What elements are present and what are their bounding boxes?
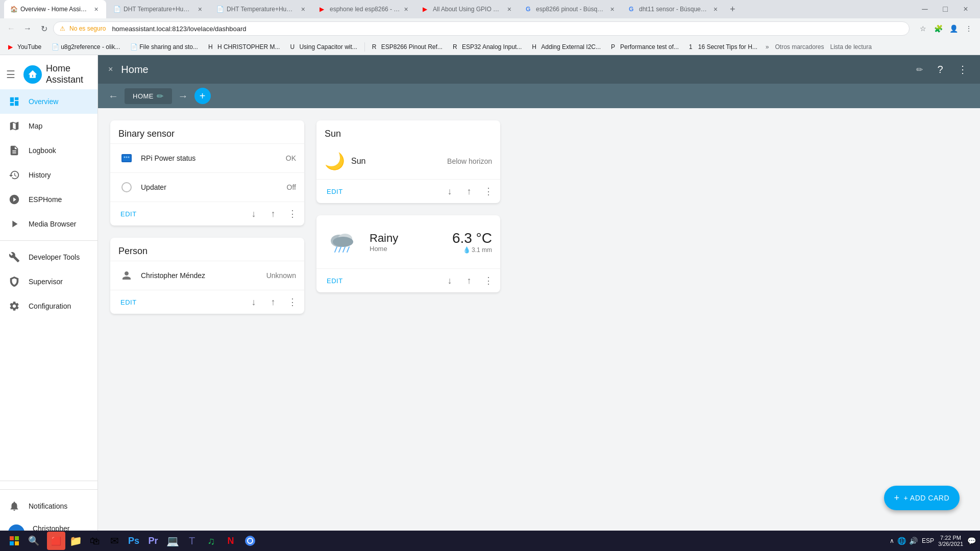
tab-close-6[interactable]: × [609, 5, 616, 13]
taskbar-app-code[interactable]: 💻 [163, 532, 182, 550]
volume-icon[interactable]: 🔊 [909, 537, 918, 545]
dashboard-tab[interactable]: HOME ✏ [125, 88, 172, 104]
taskbar-app-teams[interactable]: T [183, 532, 201, 550]
bookmarks-overflow[interactable]: » [766, 43, 769, 51]
sidebar-item-supervisor[interactable]: Supervisor [0, 269, 97, 294]
sidebar-item-configuration[interactable]: Configuration [0, 294, 97, 318]
sidebar-item-overview[interactable]: Overview [0, 89, 97, 114]
sidebar-item-media-browser[interactable]: Media Browser [0, 212, 97, 236]
tray-arrow-icon[interactable]: ∧ [890, 537, 894, 544]
taskbar-app-1[interactable]: 🟥 [47, 532, 65, 550]
weather-move-down-button[interactable]: ↓ [442, 273, 457, 288]
taskbar-app-pr[interactable]: Pr [144, 532, 162, 550]
bookmark-youtube[interactable]: ▶ YouTube [4, 42, 45, 52]
tab-close-1[interactable]: × [92, 5, 100, 13]
profile-button[interactable]: 👤 [946, 21, 961, 36]
extensions-button[interactable]: 🧩 [931, 21, 945, 36]
tab-gpio[interactable]: ▶ All About Using GPIO Pins With... × [416, 0, 519, 18]
bookmark-tips[interactable]: 1 16 Secret Tips for H... [685, 42, 762, 52]
taskbar-app-file-explorer[interactable]: 📁 [66, 532, 85, 550]
bookmark-esp32[interactable]: R ESP32 Analog Input... [449, 42, 526, 52]
network-icon[interactable]: 🌐 [897, 537, 906, 545]
tab-youtube[interactable]: ▶ esphone led esp8266 - YouTube × [313, 0, 415, 18]
precip-value: 3.1 mm [472, 246, 492, 254]
bookmarks-other[interactable]: Otros marcadores [775, 43, 824, 51]
taskbar-app-chrome[interactable] [241, 532, 259, 550]
sun-more-button[interactable]: ⋮ [481, 184, 496, 199]
address-bar[interactable]: ⚠ No es seguro homeassistant.local:8123/… [53, 21, 910, 36]
entity-row-christopher[interactable]: Christopher Méndez Unknown [110, 261, 304, 290]
entity-row-updater[interactable]: Updater Off [110, 172, 304, 202]
sidebar-item-developer-tools[interactable]: Developer Tools [0, 245, 97, 269]
browser-menu-button[interactable]: ⋮ [962, 21, 976, 36]
person-edit-button[interactable]: EDIT [116, 296, 141, 308]
sidebar-item-history[interactable]: History [0, 163, 97, 187]
notifications-tray-icon[interactable]: 💬 [967, 537, 976, 545]
minimize-button[interactable]: ─ [915, 0, 935, 18]
taskbar-app-store[interactable]: 🛍 [86, 532, 104, 550]
bookmark-files[interactable]: 📄 File sharing and sto... [126, 42, 202, 52]
sidebar-item-esphome[interactable]: ESPHome [0, 187, 97, 212]
tab-close-7[interactable]: × [713, 5, 719, 13]
svg-point-2 [124, 157, 126, 158]
forward-button[interactable]: → [20, 21, 35, 36]
language-indicator[interactable]: ESP [922, 537, 934, 544]
start-button[interactable] [4, 532, 24, 550]
tab-dht2[interactable]: 📄 DHT Temperature+Humidity Ser... × [210, 0, 312, 18]
taskbar-app-netflix[interactable]: N [222, 532, 240, 550]
tab-google2[interactable]: G dht11 sensor - Búsqueda de Go... × [623, 0, 725, 18]
back-button[interactable]: ← [4, 21, 18, 36]
sun-edit-button[interactable]: EDIT [323, 186, 347, 197]
binary-sensor-more-button[interactable]: ⋮ [285, 206, 300, 221]
sun-move-up-button[interactable]: ↑ [461, 184, 477, 199]
entity-row-rpi[interactable]: RPi Power status OK [110, 143, 304, 172]
binary-sensor-edit-button[interactable]: EDIT [116, 208, 141, 220]
weather-more-button[interactable]: ⋮ [481, 273, 496, 288]
bookmarks-reading-list[interactable]: Lista de lectura [830, 43, 872, 51]
svg-rect-14 [15, 536, 19, 540]
bookmark-hchrist[interactable]: H H CHRISTOPHER M... [204, 42, 284, 52]
maximize-button[interactable]: □ [935, 0, 955, 18]
toolbar-back-button[interactable]: ← [106, 88, 120, 104]
binary-sensor-move-up-button[interactable]: ↑ [265, 206, 281, 221]
tab-close-4[interactable]: × [403, 5, 409, 13]
tab-close-2[interactable]: × [197, 5, 203, 13]
person-move-down-button[interactable]: ↓ [246, 294, 261, 310]
bookmark-button[interactable]: ☆ [916, 21, 930, 36]
toolbar-forward-button[interactable]: → [176, 88, 190, 104]
sidebar-item-notifications[interactable]: Notifications [0, 494, 97, 518]
taskbar-app-spotify[interactable]: ♫ [202, 532, 220, 550]
add-card-button[interactable]: + + ADD CARD [884, 486, 960, 510]
toolbar-add-tab-button[interactable]: + [194, 88, 211, 104]
bookmark-perf[interactable]: P Performance test of... [607, 42, 683, 52]
person-move-up-button[interactable]: ↑ [265, 294, 281, 310]
tab-overview[interactable]: 🏠 Overview - Home Assistant × [4, 0, 106, 18]
tab-dht1[interactable]: 📄 DHT Temperature+Humidity Ser... × [107, 0, 209, 18]
weather-edit-button[interactable]: EDIT [323, 275, 347, 287]
help-button[interactable]: ? [931, 60, 949, 79]
tab-close-3[interactable]: × [300, 5, 306, 13]
close-window-button[interactable]: × [955, 0, 976, 18]
bookmark-i2c[interactable]: H Adding External I2C... [528, 42, 605, 52]
person-more-button[interactable]: ⋮ [285, 294, 300, 310]
bookmark-u8g2[interactable]: 📄 u8g2reference - olik... [47, 42, 124, 52]
taskbar-app-mail[interactable]: ✉ [105, 532, 124, 550]
overflow-menu-button[interactable]: ⋮ [953, 60, 972, 79]
sidebar-menu-button[interactable]: ☰ [4, 66, 17, 83]
tab-google1[interactable]: G esp8266 pinout - Búsqueda de... × [520, 0, 622, 18]
reload-button[interactable]: ↻ [37, 21, 51, 36]
taskbar-clock[interactable]: 7:22 PM 3/26/2021 [938, 535, 963, 547]
tab-close-5[interactable]: × [506, 5, 512, 13]
sidebar-item-map[interactable]: Map [0, 114, 97, 138]
edit-dashboard-button[interactable]: ✏ [914, 63, 925, 77]
close-sidebar-button[interactable]: × [106, 63, 115, 76]
sidebar-item-logbook[interactable]: Logbook [0, 138, 97, 163]
bookmark-esp8266[interactable]: R ESP8266 Pinout Ref... [368, 42, 447, 52]
sun-move-down-button[interactable]: ↓ [442, 184, 457, 199]
new-tab-button[interactable]: + [728, 2, 738, 17]
bookmark-capacitor[interactable]: U Using Capacitor wit... [286, 42, 361, 52]
weather-move-up-button[interactable]: ↑ [461, 273, 477, 288]
search-taskbar-button[interactable]: 🔍 [24, 532, 43, 550]
taskbar-app-photoshop[interactable]: Ps [125, 532, 143, 550]
binary-sensor-move-down-button[interactable]: ↓ [246, 206, 261, 221]
